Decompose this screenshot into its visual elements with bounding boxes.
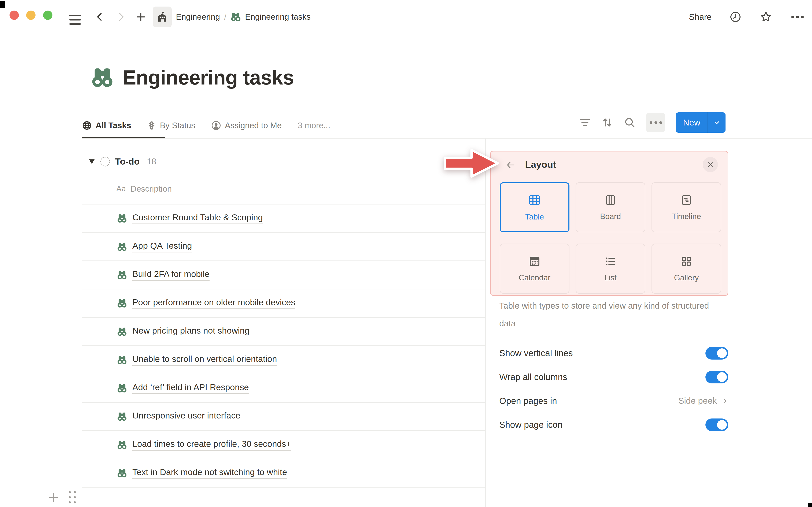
setting-show-vertical-lines[interactable]: Show vertical lines <box>499 341 728 365</box>
add-row-icon[interactable] <box>48 491 59 503</box>
status-icon <box>147 121 156 130</box>
tab-more-views[interactable]: 3 more... <box>298 121 330 130</box>
layout-option-label: List <box>604 273 617 282</box>
table-row[interactable]: Customer Round Table & Scoping <box>82 205 485 233</box>
page-link[interactable]: Poor performance on older mobile devices <box>133 297 295 309</box>
close-icon <box>707 161 714 168</box>
table-row[interactable]: Build 2FA for mobile <box>82 261 485 289</box>
table-row[interactable]: Unresponsive user interface <box>82 403 485 431</box>
chevron-right-icon <box>721 397 728 404</box>
traffic-light-close[interactable] <box>9 11 19 20</box>
layout-option-table[interactable]: Table <box>500 182 569 232</box>
tab-label: All Tasks <box>96 121 131 130</box>
list-icon <box>604 255 617 268</box>
traffic-light-zoom[interactable] <box>43 11 52 20</box>
binoculars-icon <box>117 468 127 478</box>
breadcrumb-page[interactable]: Engineering tasks <box>245 12 311 21</box>
group-count: 18 <box>147 157 156 166</box>
new-button-label: New <box>676 118 708 128</box>
page-link[interactable]: Build 2FA for mobile <box>133 269 210 281</box>
breadcrumb: Engineering / Engineering tasks <box>153 0 311 34</box>
table-row[interactable]: Load times to create profile, 30 seconds… <box>82 431 485 459</box>
view-options-icon[interactable] <box>646 113 665 132</box>
table-row[interactable]: Poor performance on older mobile devices <box>82 289 485 318</box>
new-button[interactable]: New <box>676 112 725 133</box>
breadcrumb-separator: / <box>224 12 226 21</box>
column-label: Description <box>131 184 172 193</box>
page-icon-binoculars[interactable] <box>91 66 113 89</box>
forward-icon[interactable] <box>116 12 126 22</box>
sidebar-menu-icon[interactable] <box>69 15 81 27</box>
table-row[interactable]: App QA Testing <box>82 233 485 261</box>
person-icon <box>211 121 221 130</box>
tab-all-tasks[interactable]: All Tasks <box>82 121 131 130</box>
layout-option-gallery[interactable]: Gallery <box>652 243 721 294</box>
setting-open-pages-in[interactable]: Open pages in Side peek <box>499 389 728 413</box>
page-link[interactable]: Customer Round Table & Scoping <box>133 213 263 224</box>
setting-label: Wrap all columns <box>499 372 567 382</box>
toggle-wrap-all-columns[interactable] <box>705 371 728 383</box>
group-name: To-do <box>115 156 140 167</box>
history-clock-icon[interactable] <box>729 11 742 23</box>
filter-icon[interactable] <box>579 117 591 128</box>
tabs-divider <box>82 138 812 138</box>
page-link[interactable]: Text in Dark mode not switching to white <box>133 467 287 479</box>
new-dropdown-button[interactable] <box>708 119 725 126</box>
table-row[interactable]: Unable to scroll on vertical orientation <box>82 346 485 374</box>
tab-assigned-to-me[interactable]: Assigned to Me <box>211 121 282 130</box>
binoculars-icon <box>231 12 241 22</box>
breadcrumb-workspace[interactable]: Engineering <box>176 12 220 21</box>
drag-handle-icon[interactable] <box>69 491 76 503</box>
binoculars-icon <box>117 412 127 421</box>
layout-option-board[interactable]: Board <box>575 182 645 232</box>
layout-settings: Show vertical lines Wrap all columns Ope… <box>499 341 728 437</box>
layout-option-label: Gallery <box>674 273 699 282</box>
setting-show-page-icon[interactable]: Show page icon <box>499 413 728 437</box>
setting-label: Open pages in <box>499 396 557 406</box>
page-link[interactable]: Add ‘ref’ field in API Response <box>133 382 249 394</box>
office-building-icon <box>156 11 168 22</box>
panel-close-button[interactable] <box>703 157 718 172</box>
traffic-light-minimize[interactable] <box>26 11 36 20</box>
layout-panel: Layout Table Board Timeline Calendar <box>490 151 728 296</box>
page-link[interactable]: Unresponsive user interface <box>133 411 240 422</box>
back-icon[interactable] <box>95 12 105 22</box>
layout-options-grid: Table Board Timeline Calendar List Galle… <box>500 182 721 294</box>
layout-option-calendar[interactable]: Calendar <box>500 243 569 294</box>
new-page-icon[interactable] <box>135 11 146 22</box>
column-header-description[interactable]: Aa Description <box>116 184 172 193</box>
binoculars-icon <box>117 383 127 393</box>
page-link[interactable]: App QA Testing <box>133 241 192 252</box>
page-link[interactable]: Unable to scroll on vertical orientation <box>133 354 277 366</box>
screen-artifact <box>808 503 812 507</box>
sort-icon[interactable] <box>601 117 613 128</box>
collapse-triangle-icon[interactable] <box>88 159 95 165</box>
toggle-show-page-icon[interactable] <box>705 418 728 431</box>
group-header-todo[interactable]: To-do 18 <box>88 156 156 167</box>
binoculars-icon <box>117 214 127 223</box>
layout-option-list[interactable]: List <box>575 243 645 294</box>
task-table: Customer Round Table & Scoping App QA Te… <box>82 204 485 488</box>
workspace-icon[interactable] <box>153 7 172 27</box>
gallery-icon <box>680 255 693 268</box>
share-button[interactable]: Share <box>689 12 712 22</box>
binoculars-icon <box>117 298 127 308</box>
page-link[interactable]: New pricing plans not showing <box>133 326 250 337</box>
panel-back-icon[interactable] <box>506 160 516 170</box>
globe-icon <box>82 121 92 130</box>
table-row[interactable]: New pricing plans not showing <box>82 318 485 346</box>
layout-option-label: Board <box>600 212 621 221</box>
table-row[interactable]: Add ‘ref’ field in API Response <box>82 374 485 403</box>
tab-by-status[interactable]: By Status <box>147 121 195 130</box>
table-row[interactable]: Text in Dark mode not switching to white <box>82 459 485 488</box>
binoculars-icon <box>117 242 127 251</box>
toggle-show-vertical-lines[interactable] <box>705 347 728 359</box>
more-options-icon[interactable] <box>790 16 805 18</box>
setting-wrap-all-columns[interactable]: Wrap all columns <box>499 365 728 389</box>
page-link[interactable]: Load times to create profile, 30 seconds… <box>133 439 291 451</box>
favorite-star-icon[interactable] <box>759 10 772 23</box>
binoculars-icon <box>117 327 127 337</box>
search-icon[interactable] <box>624 117 636 128</box>
layout-option-label: Calendar <box>519 273 550 282</box>
layout-option-timeline[interactable]: Timeline <box>652 182 721 232</box>
